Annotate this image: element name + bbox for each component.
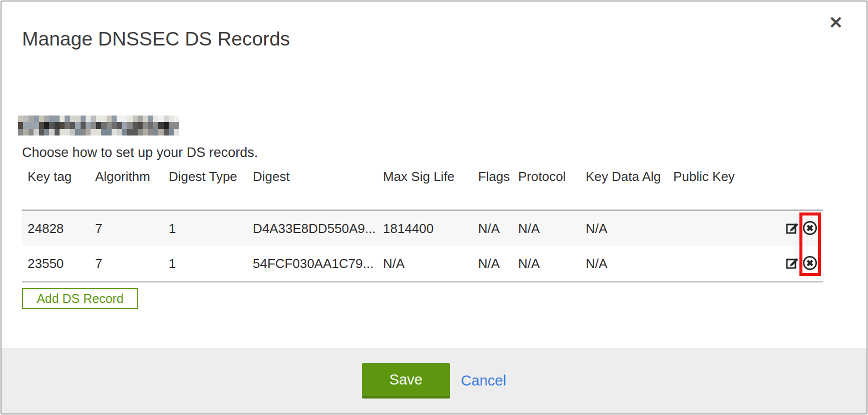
cell-public-key — [668, 210, 771, 246]
cell-digest: D4A33E8DD550A9... — [247, 210, 377, 246]
table-row: 23550 7 1 54FCF030AA1C79... N/A N/A N/A … — [22, 246, 823, 282]
redacted-domain — [18, 116, 179, 136]
cell-digest-type: 1 — [163, 210, 247, 246]
cell-digest: 54FCF030AA1C79... — [247, 246, 377, 282]
column-header-digest-type: Digest Type — [163, 167, 247, 210]
cancel-link[interactable]: Cancel — [461, 372, 506, 389]
cell-key-data-alg: N/A — [580, 246, 668, 282]
table-row: 24828 7 1 D4A33E8DD550A9... 1814400 N/A … — [22, 210, 823, 246]
cell-key-data-alg: N/A — [580, 210, 668, 246]
table-header-row: Key tag Algorithm Digest Type Digest Max… — [22, 167, 823, 210]
ds-records-table: Key tag Algorithm Digest Type Digest Max… — [22, 167, 823, 282]
cell-max-sig-life: 1814400 — [377, 210, 473, 246]
close-button[interactable]: ✕ — [827, 12, 845, 33]
cell-flags: N/A — [473, 210, 513, 246]
edit-icon — [785, 230, 800, 237]
cell-key-tag: 23550 — [22, 246, 90, 282]
cell-flags: N/A — [473, 246, 513, 282]
edit-record-button[interactable] — [785, 256, 800, 272]
column-header-key-data-alg: Key Data Alg — [580, 167, 668, 210]
delete-circle-x-icon — [802, 265, 818, 272]
column-header-public-key: Public Key — [668, 167, 771, 210]
add-ds-record-button[interactable]: Add DS Record — [22, 288, 138, 309]
cell-algorithm: 7 — [90, 210, 163, 246]
cell-max-sig-life: N/A — [377, 246, 473, 282]
cell-algorithm: 7 — [90, 246, 163, 282]
column-header-max-sig-life: Max Sig Life — [377, 167, 473, 210]
instructions-text: Choose how to set up your DS records. — [22, 145, 258, 160]
cell-public-key — [668, 246, 771, 282]
cell-actions — [771, 210, 823, 246]
cell-protocol: N/A — [513, 246, 580, 282]
column-header-algorithm: Algorithm — [90, 167, 163, 210]
modal-footer: Save Cancel — [2, 348, 866, 414]
delete-circle-x-icon — [802, 230, 818, 238]
column-header-key-tag: Key tag — [22, 167, 90, 210]
edit-icon — [785, 264, 800, 272]
page-title: Manage DNSSEC DS Records — [22, 28, 290, 50]
delete-record-button[interactable] — [802, 220, 818, 238]
column-header-flags: Flags — [473, 167, 513, 210]
delete-record-button[interactable] — [802, 255, 818, 272]
edit-record-button[interactable] — [785, 220, 800, 237]
save-button[interactable]: Save — [362, 363, 450, 398]
cell-actions — [771, 246, 823, 282]
cell-key-tag: 24828 — [22, 210, 90, 246]
cell-protocol: N/A — [513, 210, 580, 246]
close-icon: ✕ — [829, 13, 843, 32]
column-header-protocol: Protocol — [513, 167, 580, 210]
column-header-digest: Digest — [247, 167, 377, 210]
column-header-actions — [771, 167, 823, 210]
cell-digest-type: 1 — [163, 246, 247, 282]
